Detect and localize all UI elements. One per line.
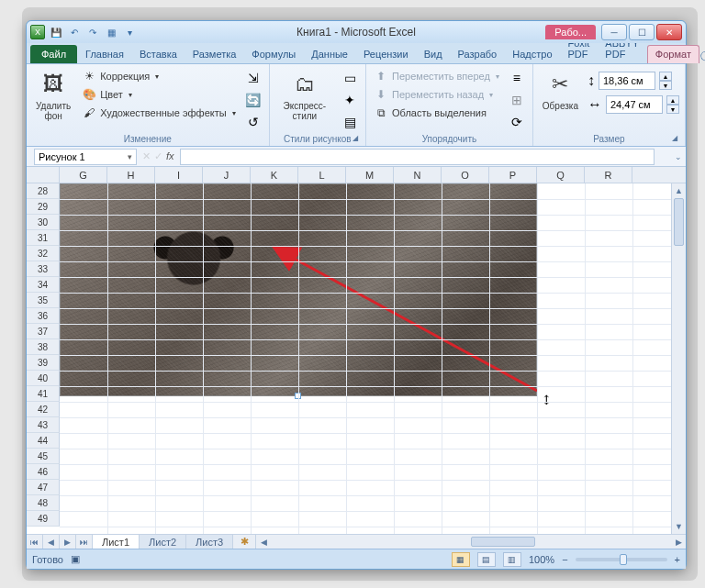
align-icon[interactable]: ≡ [507, 68, 527, 88]
row-46[interactable]: 46 [27, 464, 60, 480]
sheet-tab-3[interactable]: Лист3 [186, 535, 233, 549]
macro-record-icon[interactable]: ▣ [71, 553, 80, 565]
col-K[interactable]: K [251, 167, 298, 183]
tab-next-icon[interactable]: ▶ [60, 535, 76, 549]
tab-first-icon[interactable]: ⏮ [27, 535, 43, 549]
hscroll-left-icon[interactable]: ◀ [256, 535, 271, 549]
row-42[interactable]: 42 [27, 402, 60, 417]
row-39[interactable]: 39 [27, 355, 60, 371]
tab-formulas[interactable]: Формулы [244, 46, 303, 63]
picture-effects-icon[interactable]: ✦ [340, 90, 360, 110]
tab-developer[interactable]: Разрабо [451, 46, 505, 63]
row-28[interactable]: 28 [27, 183, 60, 199]
fx-icon[interactable]: fx [166, 150, 174, 162]
sheet-tab-1[interactable]: Лист1 [93, 535, 140, 549]
hscroll-right-icon[interactable]: ▶ [671, 535, 686, 549]
color-button[interactable]: 🎨Цвет▾ [80, 86, 237, 103]
row-31[interactable]: 31 [27, 230, 60, 246]
formula-input[interactable] [180, 149, 655, 165]
col-G[interactable]: G [60, 167, 107, 183]
formula-expand-icon[interactable]: ⌄ [671, 152, 686, 161]
maximize-button[interactable]: ☐ [629, 24, 655, 40]
reset-picture-icon[interactable]: ↺ [243, 112, 263, 132]
picture-layout-icon[interactable]: ▤ [340, 112, 360, 132]
height-spinner[interactable]: ↕ 18,36 см ▲▼ [588, 72, 679, 90]
row-41[interactable]: 41 [27, 386, 60, 402]
horizontal-scrollbar[interactable]: ◀ ▶ [255, 535, 686, 549]
col-M[interactable]: M [346, 167, 394, 183]
width-spinner[interactable]: ↔ 24,47 см ▲▼ [588, 95, 679, 114]
minimize-button[interactable]: ─ [601, 24, 627, 40]
vscroll-down-icon[interactable]: ▼ [672, 519, 686, 534]
artistic-effects-button[interactable]: 🖌Художественные эффекты▾ [80, 105, 237, 121]
grid-body[interactable]: 2829303132333435363738394041424344454647… [27, 183, 671, 534]
picture-border-icon[interactable]: ▭ [340, 68, 360, 88]
col-J[interactable]: J [203, 167, 251, 183]
row-30[interactable]: 30 [27, 215, 60, 230]
change-picture-icon[interactable]: 🔄 [243, 90, 263, 110]
col-I[interactable]: I [155, 167, 203, 183]
dialog-launcher-size-icon[interactable]: ◢ [670, 134, 679, 143]
col-P[interactable]: P [489, 167, 537, 183]
tab-addins[interactable]: Надстро [505, 46, 559, 63]
hscroll-thumb[interactable] [471, 537, 535, 547]
row-36[interactable]: 36 [27, 308, 60, 324]
width-up-icon[interactable]: ▲ [666, 95, 679, 105]
zoom-knob[interactable] [620, 554, 627, 565]
selection-pane-button[interactable]: ⧉Область выделения [372, 105, 501, 121]
tab-home[interactable]: Главная [78, 46, 131, 63]
contextual-tab-label[interactable]: Рабо... [545, 25, 596, 39]
tab-layout[interactable]: Разметка [185, 46, 244, 63]
ribbon-minimize-icon[interactable]: ⓘ [700, 50, 705, 63]
compress-pictures-icon[interactable]: ⇲ [243, 68, 263, 88]
cells-area[interactable]: ⤡ [60, 183, 671, 534]
group-icon[interactable]: ⊞ [507, 90, 527, 110]
row-47[interactable]: 47 [27, 480, 60, 495]
qat-redo-icon[interactable]: ↷ [85, 25, 100, 39]
zoom-in-icon[interactable]: + [675, 554, 680, 565]
row-33[interactable]: 33 [27, 261, 60, 277]
row-29[interactable]: 29 [27, 199, 60, 215]
qat-customize-icon[interactable]: ▾ [122, 25, 137, 39]
vscroll-up-icon[interactable]: ▲ [672, 183, 686, 198]
row-34[interactable]: 34 [27, 277, 60, 293]
col-O[interactable]: O [442, 167, 489, 183]
zoom-out-icon[interactable]: − [562, 554, 567, 565]
view-normal-icon[interactable]: ▦ [452, 552, 470, 567]
close-button[interactable]: ✕ [656, 24, 682, 40]
row-37[interactable]: 37 [27, 324, 60, 339]
qat-undo-icon[interactable]: ↶ [67, 25, 82, 39]
rotate-icon[interactable]: ⟳ [507, 112, 527, 132]
tab-format[interactable]: Формат [647, 45, 699, 63]
width-down-icon[interactable]: ▼ [666, 105, 679, 114]
tab-view[interactable]: Вид [417, 46, 450, 63]
height-input[interactable]: 18,36 см [599, 72, 655, 90]
new-sheet-icon[interactable]: ✱ [233, 535, 255, 549]
zoom-level[interactable]: 100% [529, 554, 554, 565]
view-pagebreak-icon[interactable]: ▥ [503, 552, 521, 567]
name-box[interactable]: Рисунок 1▾ [34, 149, 137, 165]
row-35[interactable]: 35 [27, 293, 60, 308]
corrections-button[interactable]: ☀Коррекция▾ [80, 68, 237, 84]
col-L[interactable]: L [298, 167, 346, 183]
col-R[interactable]: R [585, 167, 632, 183]
row-49[interactable]: 49 [27, 511, 60, 527]
view-layout-icon[interactable]: ▤ [477, 552, 496, 567]
width-input[interactable]: 24,47 см [606, 95, 663, 114]
remove-background-button[interactable]: 🖼 Удалить фон [32, 68, 74, 123]
vertical-scrollbar[interactable]: ▲ ▼ [671, 183, 686, 534]
tab-insert[interactable]: Вставка [132, 46, 185, 63]
row-48[interactable]: 48 [27, 495, 60, 511]
sheet-tab-2[interactable]: Лист2 [140, 535, 186, 549]
col-N[interactable]: N [394, 167, 442, 183]
vscroll-thumb[interactable] [674, 198, 684, 246]
crop-button[interactable]: ✂ Обрезка [539, 68, 582, 113]
quick-styles-button[interactable]: 🗂 Экспресс-стили [275, 68, 334, 123]
select-all-corner[interactable] [27, 167, 60, 183]
col-Q[interactable]: Q [537, 167, 585, 183]
row-45[interactable]: 45 [27, 449, 60, 464]
tab-prev-icon[interactable]: ◀ [43, 535, 60, 549]
height-up-icon[interactable]: ▲ [659, 72, 672, 81]
row-32[interactable]: 32 [27, 246, 60, 261]
dialog-launcher-icon[interactable]: ◢ [351, 134, 360, 143]
